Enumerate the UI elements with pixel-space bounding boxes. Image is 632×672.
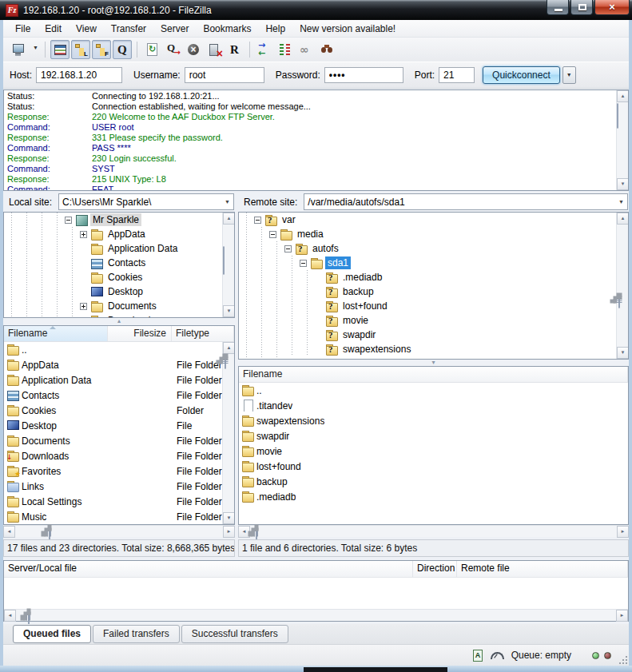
local-path-input[interactable] xyxy=(59,197,221,208)
local-list-scrollbar[interactable]: ▲ ▼ xyxy=(222,342,234,524)
scroll-up-arrow-icon[interactable]: ▲ xyxy=(223,342,235,354)
menu-item-file[interactable]: File xyxy=(8,21,38,37)
titlebar[interactable]: Fz 192.168.1.20 - root@192.168.1.20 - Fi… xyxy=(0,0,632,20)
scroll-right-arrow-icon[interactable]: ► xyxy=(616,610,628,622)
file-row-movie[interactable]: movie xyxy=(239,443,628,459)
queue-column-remote-file[interactable]: Remote file xyxy=(457,561,628,577)
local-list-scroll-thumb[interactable] xyxy=(225,354,226,369)
menu-item-new-version-available[interactable]: New version available! xyxy=(292,21,403,37)
menu-item-transfer[interactable]: Transfer xyxy=(104,21,153,37)
scroll-down-arrow-icon[interactable]: ▼ xyxy=(617,178,629,190)
scroll-right-arrow-icon[interactable]: ► xyxy=(617,526,629,538)
local-splitter[interactable]: ▴ xyxy=(3,318,235,325)
tree-item-sda1[interactable]: sda1 xyxy=(239,256,628,270)
tree-item-desktop[interactable]: Desktop xyxy=(4,284,234,299)
file-row-contacts[interactable]: ContactsFile Folder xyxy=(4,388,234,403)
directory-comparison-button[interactable] xyxy=(276,40,295,59)
minimize-button[interactable] xyxy=(547,0,569,15)
column-header-filename[interactable]: Filename xyxy=(4,326,108,341)
tree-item-swapextensions[interactable]: ?swapextensions xyxy=(239,342,628,356)
refresh-button[interactable] xyxy=(142,40,161,59)
file-row-lost-found[interactable]: lost+found xyxy=(239,459,628,474)
tree-item-documents[interactable]: Documents xyxy=(4,299,234,313)
filter-button[interactable] xyxy=(255,40,274,59)
file-row-titandev[interactable]: .titandev xyxy=(239,398,628,413)
log-scroll-thumb[interactable] xyxy=(617,103,618,129)
remote-horizontal-scrollbar[interactable]: ◄ ► xyxy=(238,525,629,537)
tree-item-contacts[interactable]: Contacts xyxy=(4,256,234,270)
scroll-down-arrow-icon[interactable]: ▼ xyxy=(617,347,629,359)
queue-hscroll-thumb[interactable] xyxy=(28,610,30,625)
tab-failed-transfers[interactable]: Failed transfers xyxy=(93,625,180,643)
menu-item-edit[interactable]: Edit xyxy=(38,21,69,37)
remote-path-input[interactable] xyxy=(304,197,615,208)
tree-item-lost-found[interactable]: ?lost+found xyxy=(239,299,628,313)
tree-item-swapdir[interactable]: ?swapdir xyxy=(239,328,628,342)
combo-dropdown-icon[interactable]: ▼ xyxy=(221,194,233,209)
toggle-queue-button[interactable] xyxy=(113,40,132,59)
column-header-filetype[interactable]: Filetype xyxy=(172,326,234,341)
toggle-message-log-button[interactable] xyxy=(50,40,70,59)
password-input[interactable] xyxy=(324,67,403,83)
site-manager-button[interactable] xyxy=(9,40,28,59)
process-queue-button[interactable] xyxy=(163,40,182,59)
combo-dropdown-icon[interactable]: ▼ xyxy=(615,194,627,209)
scroll-right-arrow-icon[interactable]: ► xyxy=(223,526,235,538)
minus-expander-icon[interactable] xyxy=(300,260,307,267)
minus-expander-icon[interactable] xyxy=(269,231,276,238)
tree-item-backup[interactable]: ?backup xyxy=(239,284,628,299)
scroll-up-arrow-icon[interactable]: ▲ xyxy=(223,213,235,225)
remote-tree-scrollbar[interactable]: ▲ ▼ xyxy=(616,213,628,359)
column-header-filename[interactable]: Filename xyxy=(239,367,628,382)
scroll-up-arrow-icon[interactable]: ▲ xyxy=(617,90,629,102)
port-input[interactable] xyxy=(439,67,475,83)
file-row-documents[interactable]: DocumentsFile Folder xyxy=(4,433,234,448)
disconnect-button[interactable] xyxy=(205,40,224,59)
column-header-filesize[interactable]: Filesize xyxy=(108,326,172,341)
toggle-local-tree-button[interactable] xyxy=(71,40,90,59)
file-row-[interactable]: .. xyxy=(239,383,628,398)
plus-expander-icon[interactable] xyxy=(80,231,87,238)
toggle-remote-tree-button[interactable] xyxy=(92,40,111,59)
maximize-button[interactable] xyxy=(570,0,593,15)
scroll-down-arrow-icon[interactable]: ▼ xyxy=(223,512,235,524)
minus-expander-icon[interactable] xyxy=(284,245,292,252)
file-row-mediadb[interactable]: .mediadb xyxy=(239,489,628,504)
scroll-left-arrow-icon[interactable]: ◄ xyxy=(4,610,16,622)
file-row-swapextensions[interactable]: swapextensions xyxy=(239,413,628,428)
remote-tree-scroll-thumb[interactable] xyxy=(618,293,620,308)
file-row-cookies[interactable]: CookiesFolder xyxy=(4,403,234,418)
minus-expander-icon[interactable] xyxy=(65,217,72,224)
menu-item-bookmarks[interactable]: Bookmarks xyxy=(196,21,258,37)
tab-successful-transfers[interactable]: Successful transfers xyxy=(181,625,288,643)
file-row-swapdir[interactable]: swapdir xyxy=(239,428,628,443)
file-row-music[interactable]: MusicFile Folder xyxy=(4,509,234,524)
tree-item-mediadb[interactable]: ?.mediadb xyxy=(239,270,628,284)
file-row-links[interactable]: LinksFile Folder xyxy=(4,479,234,494)
queue-column-server-local-file[interactable]: Server/Local file xyxy=(4,561,413,577)
queue-horizontal-scrollbar[interactable]: ◄ ► xyxy=(4,609,628,621)
local-path-combobox[interactable]: ▼ xyxy=(58,193,234,210)
tree-item-var[interactable]: ?var xyxy=(239,213,628,227)
tree-item-mr-sparkle[interactable]: Mr Sparkle xyxy=(4,213,234,227)
username-input[interactable] xyxy=(185,67,264,83)
file-row-backup[interactable]: backup xyxy=(239,474,628,489)
tree-item-application-data[interactable]: Application Data xyxy=(4,241,234,256)
queue-column-direction[interactable]: Direction xyxy=(413,561,457,577)
host-input[interactable] xyxy=(36,67,122,83)
menu-item-help[interactable]: Help xyxy=(258,21,292,37)
remote-splitter[interactable]: ▾ xyxy=(238,360,629,366)
menu-item-view[interactable]: View xyxy=(69,21,104,37)
local-horizontal-scrollbar[interactable]: ◄ ► xyxy=(3,525,235,537)
file-row-downloads[interactable]: ↓DownloadsFile Folder xyxy=(4,448,234,463)
tree-item-media[interactable]: media xyxy=(239,227,628,241)
synchronized-browsing-button[interactable] xyxy=(296,40,316,59)
remote-path-combobox[interactable]: ▼ xyxy=(304,193,628,210)
file-row-appdata[interactable]: AppDataFile Folder xyxy=(4,357,234,372)
cancel-button[interactable] xyxy=(184,40,203,59)
file-row-application-data[interactable]: Application DataFile Folder xyxy=(4,372,234,388)
quickconnect-dropdown-button[interactable]: ▼ xyxy=(562,66,576,84)
file-row-favorites[interactable]: ★FavoritesFile Folder xyxy=(4,463,234,479)
tree-item-movie[interactable]: ?movie xyxy=(239,313,628,328)
tree-item-cookies[interactable]: Cookies xyxy=(4,270,234,284)
